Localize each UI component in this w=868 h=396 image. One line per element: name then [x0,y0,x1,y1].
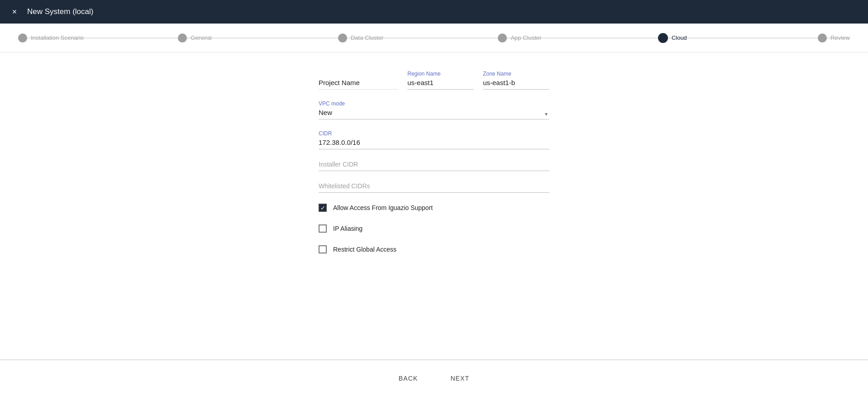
stepper-label-cloud: Cloud [672,34,687,41]
region-name-value: us-east1 [407,79,474,90]
project-name-spacer [319,71,398,77]
vpc-mode-select-wrapper: New Existing ▾ [319,109,549,119]
project-name-group: Project Name [319,71,398,90]
main-content: Project Name Region Name us-east1 Zone N… [0,52,868,396]
project-name-value: Project Name [319,79,398,90]
allow-access-checkbox[interactable]: ✓ [319,204,327,212]
close-icon: × [12,7,17,17]
top-row: Project Name Region Name us-east1 Zone N… [319,71,549,90]
stepper-item-app-cluster[interactable]: App Cluster [498,33,658,43]
restrict-global-row[interactable]: Restrict Global Access [319,245,549,253]
allow-access-label: Allow Access From Iguazio Support [333,204,433,211]
cidr-input[interactable] [319,138,549,149]
stepper-item-installation-scenario[interactable]: Installation Scenario [18,33,178,43]
ip-aliasing-row[interactable]: IP Aliasing [319,224,549,233]
checkmark-icon: ✓ [320,205,325,211]
stepper-item-general[interactable]: General [178,33,338,43]
stepper-dot-cloud [658,33,668,43]
installer-cidr-group [319,160,549,171]
cidr-label: CIDR [319,130,549,137]
next-button[interactable]: NEXT [443,371,477,386]
vpc-mode-select[interactable]: New Existing [319,109,549,119]
stepper-label-general: General [191,34,211,41]
stepper-item-review[interactable]: Review [818,33,850,43]
ip-aliasing-label: IP Aliasing [333,225,362,232]
stepper-label-review: Review [830,34,850,41]
installer-cidr-input[interactable] [319,160,549,171]
form-area: Project Name Region Name us-east1 Zone N… [0,52,868,359]
stepper-item-data-cluster[interactable]: Data Cluster [338,33,498,43]
stepper-dot-general [178,33,187,43]
cidr-group: CIDR [319,130,549,149]
stepper-dot-data-cluster [338,33,347,43]
page-title: New System (local) [27,7,93,16]
ip-aliasing-checkbox[interactable] [319,224,327,233]
whitelisted-cidrs-input[interactable] [319,182,549,193]
close-button[interactable]: × [9,6,20,17]
stepper-label-app-cluster: App Cluster [510,34,541,41]
stepper-dot-review [818,33,827,43]
stepper-dot-app-cluster [498,33,507,43]
form-container: Project Name Region Name us-east1 Zone N… [319,71,549,350]
stepper-item-cloud[interactable]: Cloud [658,33,818,43]
back-button[interactable]: BACK [391,371,425,386]
stepper: Installation Scenario General Data Clust… [0,24,868,52]
whitelisted-cidrs-group [319,182,549,193]
zone-name-value: us-east1-b [483,79,549,90]
stepper-dot-installation-scenario [18,33,27,43]
zone-name-label: Zone Name [483,71,549,77]
stepper-label-installation-scenario: Installation Scenario [31,34,84,41]
stepper-label-data-cluster: Data Cluster [351,34,383,41]
zone-name-group: Zone Name us-east1-b [483,71,549,90]
region-name-label: Region Name [407,71,474,77]
region-name-group: Region Name us-east1 [407,71,474,90]
header: × New System (local) [0,0,868,24]
vpc-mode-group: VPC mode New Existing ▾ [319,100,549,119]
allow-access-row[interactable]: ✓ Allow Access From Iguazio Support [319,204,549,212]
stepper-track: Installation Scenario General Data Clust… [18,33,850,43]
restrict-global-checkbox[interactable] [319,245,327,253]
vpc-mode-label: VPC mode [319,100,549,107]
restrict-global-label: Restrict Global Access [333,246,396,253]
footer: BACK NEXT [0,360,868,396]
